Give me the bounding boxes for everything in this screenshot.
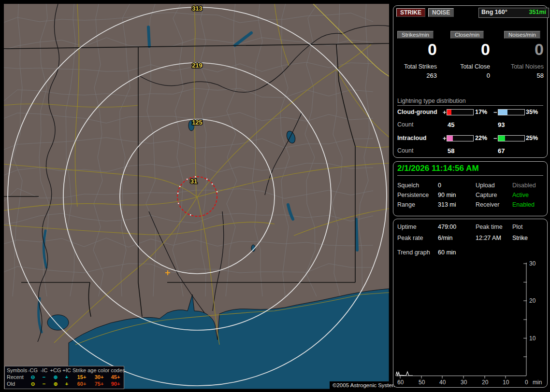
cg-minus-pct: 35% <box>526 109 538 115</box>
strikes-per-min-value: 0 <box>397 41 437 57</box>
ic-plus-count: 58 <box>448 147 454 154</box>
cg-plus-pct: 17% <box>475 109 487 115</box>
peak-rate-value: 6/min <box>438 235 453 241</box>
count-label: Count <box>397 121 413 128</box>
plot-header: Plot <box>512 224 523 230</box>
trend-panel: Uptime 479:00 Peak time Plot Peak rate 6… <box>393 219 548 388</box>
total-close-label: Total Close <box>450 63 490 70</box>
trend-line <box>396 372 413 376</box>
age-code-30: 30+ <box>91 374 107 380</box>
ic-plus-bar-fill <box>447 136 453 141</box>
circle-plus-icon: ⊕ <box>49 374 62 380</box>
close-per-min-value: 0 <box>450 41 490 57</box>
xtick-10: 10 <box>503 379 509 386</box>
ytick-10: 10 <box>529 335 536 342</box>
uptime-label: Uptime <box>397 224 417 230</box>
bearing-readout: Bng 160° 351mi <box>478 8 549 18</box>
symbol-legend: Symbols -CG -IC +CG +IC Strike age color… <box>4 366 124 389</box>
minus-icon: − <box>39 381 49 387</box>
receiver-label: Receiver <box>476 201 499 208</box>
count-label: Count <box>397 147 413 154</box>
minus-sign: − <box>493 109 497 116</box>
plus-icon: + <box>62 381 72 387</box>
intracloud-label: Intracloud <box>397 135 426 141</box>
xtick-50: 50 <box>419 379 425 386</box>
legend-age-title: Strike age color codes <box>72 367 123 374</box>
divider <box>397 175 543 176</box>
age-code-90: 90+ <box>108 381 123 387</box>
upload-label: Upload <box>476 182 495 189</box>
legend-col-neg-ic: -IC <box>39 367 49 374</box>
strike-counters-panel: STRIKE NOISE Bng 160° 351mi Strikes/min … <box>393 5 548 158</box>
noises-per-min-plate: Noises/min <box>504 31 540 39</box>
peak-rate-label: Peak rate <box>397 235 423 241</box>
capture-label: Capture <box>476 192 497 198</box>
ic-plus-bar <box>447 135 474 141</box>
distribution-title: Lightning type distribution <box>397 98 466 104</box>
xaxis-unit: min <box>533 379 542 386</box>
legend-recent-label: Recent <box>7 374 26 380</box>
cg-minus-count: 93 <box>498 121 505 128</box>
age-code-60: 60+ <box>73 381 90 387</box>
peak-time-header: Peak time <box>476 224 503 230</box>
receiver-status: Enabled <box>512 201 535 208</box>
noises-per-min-value: 0 <box>504 41 544 57</box>
xtick-0: 0 <box>525 379 528 386</box>
age-code-75: 75+ <box>91 381 107 387</box>
plot-value: Strike <box>512 235 528 241</box>
cg-minus-bar <box>498 109 525 115</box>
trend-axes <box>396 263 527 378</box>
map-canvas: 313 219 125 31 <box>4 4 389 389</box>
noise-toggle-button[interactable]: NOISE <box>428 8 454 17</box>
trend-graph-label: Trend graph <box>397 249 430 256</box>
ring-label-219: 219 <box>192 62 203 69</box>
divider <box>397 105 543 106</box>
plus-icon: + <box>62 374 72 380</box>
total-strikes-label: Total Strikes <box>397 63 437 70</box>
lightning-map[interactable]: 313 219 125 31 Symbols -CG -IC +CG +IC S… <box>4 4 389 389</box>
persistence-value: 90 min <box>438 192 456 198</box>
squelch-value: 0 <box>438 182 441 189</box>
uptime-value: 479:00 <box>438 224 456 230</box>
ytick-20: 20 <box>529 297 536 304</box>
upload-status: Disabled <box>512 182 536 189</box>
ic-minus-bar <box>498 135 525 141</box>
circle-minus-icon: ⊖ <box>27 374 39 380</box>
ic-minus-pct: 25% <box>526 135 538 141</box>
legend-col-neg-cg: -CG <box>27 367 39 374</box>
circle-plus-icon: ⊕ <box>49 381 62 387</box>
range-value: 313 mi <box>438 201 456 208</box>
capture-status: Active <box>512 192 529 198</box>
cg-minus-bar-fill <box>498 110 507 115</box>
total-noises-value: 58 <box>504 72 544 79</box>
ic-minus-bar-fill <box>498 136 505 141</box>
legend-col-pos-ic: +IC <box>62 367 72 374</box>
circle-minus-icon: ⊖ <box>27 381 39 387</box>
strike-toggle-button[interactable]: STRIKE <box>396 8 425 17</box>
age-code-45: 45+ <box>108 374 123 380</box>
bearing-distance: 351mi <box>529 9 546 17</box>
plus-sign: + <box>443 135 447 142</box>
ring-label-125: 125 <box>192 119 203 126</box>
ring-label-31: 31 <box>190 178 197 185</box>
total-strikes-value: 263 <box>397 72 437 79</box>
ic-minus-count: 67 <box>498 147 505 154</box>
close-per-min-plate: Close/min <box>450 31 484 39</box>
copyright-text: ©2005 Astrogenic Systems <box>330 381 402 389</box>
bearing-label: Bng 160° <box>481 9 507 17</box>
minus-icon: − <box>39 374 49 380</box>
minus-sign: − <box>493 135 497 142</box>
cg-plus-bar-fill <box>447 110 451 115</box>
xtick-60: 60 <box>397 379 404 386</box>
trend-graph-period: 60 min <box>438 249 456 256</box>
legend-old-label: Old <box>7 381 26 387</box>
app-window: { "window": { "copyright": "©2005 Astrog… <box>0 0 550 392</box>
legend-symbols-title: Symbols <box>7 367 26 374</box>
cg-plus-count: 45 <box>448 121 454 128</box>
peak-time-value: 12:27 AM <box>476 235 501 241</box>
xtick-20: 20 <box>482 379 489 386</box>
trend-graph: 30 20 10 60 50 40 30 20 10 0 min <box>393 258 547 386</box>
status-panel: 2/1/2026 11:14:56 AM Squelch 0 Upload Di… <box>393 161 548 216</box>
strikes-per-min-plate: Strikes/min <box>397 31 434 39</box>
plus-sign: + <box>443 109 447 116</box>
